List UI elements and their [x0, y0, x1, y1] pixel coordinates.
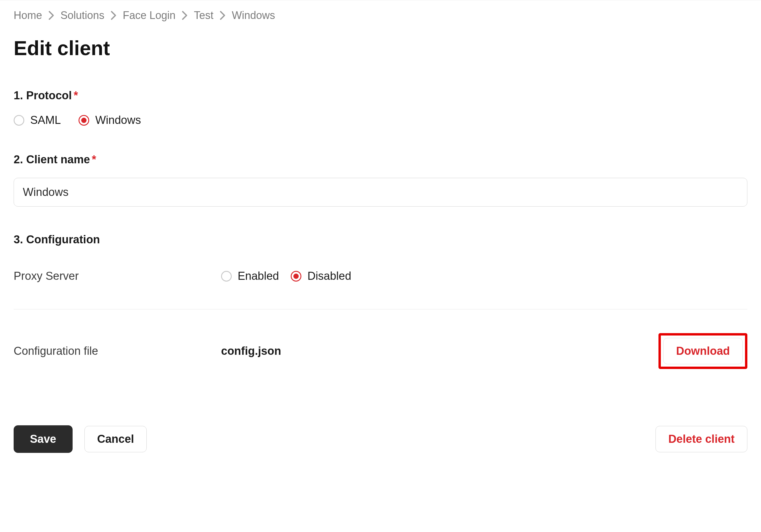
configuration-file-name: config.json — [221, 345, 281, 357]
protocol-option-windows[interactable]: Windows — [79, 114, 141, 127]
radio-label: SAML — [30, 114, 61, 127]
radio-label: Disabled — [307, 270, 351, 282]
proxy-server-label: Proxy Server — [14, 270, 221, 282]
radio-icon — [291, 271, 301, 281]
chevron-right-icon — [111, 11, 116, 20]
configuration-file-row: Configuration file config.json Download — [14, 333, 747, 369]
page: Home Solutions Face Login Test Windows E… — [0, 0, 761, 471]
breadcrumb-item-windows[interactable]: Windows — [232, 9, 275, 22]
page-title: Edit client — [14, 36, 747, 60]
proxy-radio-group: Enabled Disabled — [221, 270, 351, 282]
breadcrumb-item-solutions[interactable]: Solutions — [60, 9, 104, 22]
configuration-file-left: Configuration file config.json — [14, 345, 659, 357]
footer-actions: Save Cancel Delete client — [14, 425, 747, 453]
delete-client-button[interactable]: Delete client — [656, 426, 747, 452]
radio-label: Enabled — [238, 270, 279, 282]
protocol-radio-group: SAML Windows — [14, 114, 747, 127]
radio-label: Windows — [95, 114, 141, 127]
cancel-button[interactable]: Cancel — [85, 426, 147, 452]
required-indicator: * — [92, 153, 96, 166]
breadcrumb-item-face-login[interactable]: Face Login — [123, 9, 175, 22]
chevron-right-icon — [49, 11, 54, 20]
chevron-right-icon — [220, 11, 225, 20]
proxy-option-enabled[interactable]: Enabled — [221, 270, 279, 282]
radio-icon — [221, 271, 232, 281]
radio-icon — [79, 115, 89, 126]
radio-icon — [14, 115, 24, 126]
protocol-section-label: 1. Protocol* — [14, 89, 747, 102]
save-button[interactable]: Save — [14, 425, 73, 453]
breadcrumb: Home Solutions Face Login Test Windows — [14, 9, 747, 22]
required-indicator: * — [74, 89, 78, 102]
download-button[interactable]: Download — [663, 338, 743, 364]
protocol-option-saml[interactable]: SAML — [14, 114, 61, 127]
proxy-server-row: Proxy Server Enabled Disabled — [14, 270, 747, 282]
configuration-section-label: 3. Configuration — [14, 233, 747, 246]
client-name-label-text: 2. Client name — [14, 153, 90, 166]
proxy-option-disabled[interactable]: Disabled — [291, 270, 351, 282]
breadcrumb-item-home[interactable]: Home — [14, 9, 42, 22]
client-name-input[interactable] — [14, 178, 747, 207]
configuration-file-label: Configuration file — [14, 345, 221, 357]
chevron-right-icon — [182, 11, 187, 20]
download-highlight: Download — [659, 333, 747, 369]
breadcrumb-item-test[interactable]: Test — [194, 9, 213, 22]
client-name-section-label: 2. Client name* — [14, 153, 747, 166]
protocol-label-text: 1. Protocol — [14, 89, 72, 102]
